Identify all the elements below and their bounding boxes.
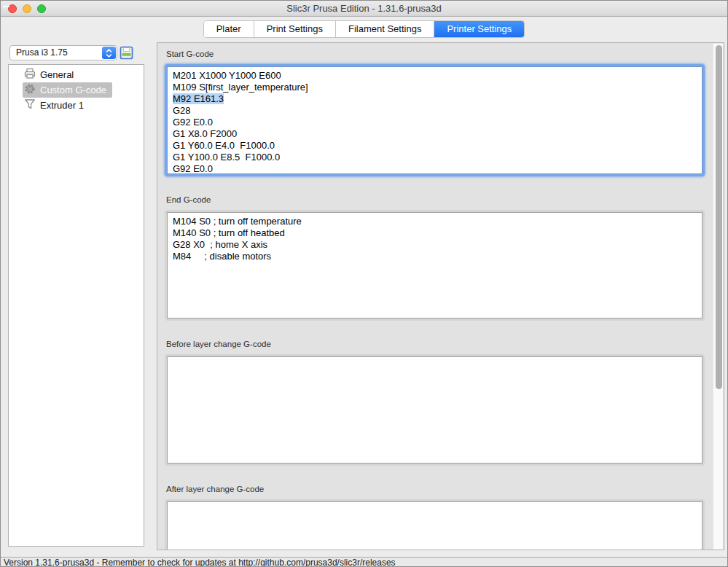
start-gcode-textarea[interactable]: M201 X1000 Y1000 E600M109 S[first_layer_… [167, 66, 702, 174]
gcode-line: G92 E0.0 [173, 117, 702, 128]
tab-filament-settings[interactable]: Filament Settings [336, 21, 434, 37]
end-gcode-section: End G-code M104 S0 ; turn off temperatur… [165, 195, 699, 321]
start-gcode-label: Start G-code [166, 50, 699, 58]
settings-tree: GeneralCustom G-codeExtruder 1 [8, 64, 144, 547]
gcode-line: G1 Y100.0 E8.5 F1000.0 [173, 152, 702, 163]
status-text: Version 1.31.6-prusa3d - Remember to che… [4, 558, 396, 567]
selected-text: M92 E161.3 [173, 93, 224, 104]
gcode-line: M92 E161.3 [173, 93, 702, 105]
before-layer-gcode-section: Before layer change G-code [165, 340, 699, 466]
start-gcode-section: Start G-code M201 X1000 Y1000 E600M109 S… [165, 50, 699, 176]
window-title: Slic3r Prusa Edition - 1.31.6-prusa3d [1, 1, 727, 17]
tab-bar-row: PlaterPrint SettingsFilament SettingsPri… [1, 17, 727, 42]
gcode-line: G28 [173, 105, 702, 117]
gcode-line: M109 S[first_layer_temperature] [173, 82, 702, 93]
panel-scrollbar-thumb[interactable] [716, 45, 722, 389]
sidebar-item-label: Extruder 1 [40, 100, 84, 111]
sidebar-item-label: General [40, 69, 74, 80]
title-bar: Slic3r Prusa Edition - 1.31.6-prusa3d [1, 1, 727, 17]
gcode-line: M140 S0 ; turn off heatbed [173, 227, 702, 239]
app-window: Slic3r Prusa Edition - 1.31.6-prusa3d Pl… [0, 0, 728, 567]
tab-print-settings[interactable]: Print Settings [254, 21, 336, 37]
after-layer-gcode-section: After layer change G-code [165, 485, 699, 550]
save-preset-button[interactable] [120, 46, 133, 60]
combo-stepper-icon [102, 47, 116, 59]
sidebar-item-custom-g-code[interactable]: Custom G-code [9, 82, 144, 98]
after-layer-gcode-textarea[interactable] [167, 501, 702, 550]
panel-scrollbar[interactable] [713, 44, 723, 550]
before-layer-gcode-label: Before layer change G-code [166, 340, 699, 348]
custom-gcode-panel: Start G-code M201 X1000 Y1000 E600M109 S… [157, 42, 724, 550]
status-bar: Version 1.31.6-prusa3d - Remember to che… [1, 557, 727, 567]
funnel-icon [24, 98, 36, 112]
save-icon [120, 50, 133, 62]
tab-bar: PlaterPrint SettingsFilament SettingsPri… [203, 20, 525, 38]
printer-preset-select[interactable]: Prusa i3 1.75 [9, 45, 117, 60]
gcode-line: M201 X1000 Y1000 E600 [173, 70, 702, 82]
end-gcode-label: End G-code [166, 195, 699, 204]
gcode-line: G28 X0 ; home X axis [173, 239, 702, 251]
end-gcode-textarea[interactable]: M104 S0 ; turn off temperatureM140 S0 ; … [167, 212, 702, 318]
printer-icon [24, 68, 36, 82]
after-layer-gcode-label: After layer change G-code [166, 485, 699, 493]
gear-icon [24, 83, 36, 97]
tab-plater[interactable]: Plater [204, 21, 254, 37]
tab-printer-settings[interactable]: Printer Settings [434, 21, 524, 37]
gcode-line: G92 E0.0 [173, 163, 702, 174]
printer-preset-value: Prusa i3 1.75 [16, 47, 68, 58]
sidebar-item-extruder-1[interactable]: Extruder 1 [9, 98, 144, 113]
sidebar-item-general[interactable]: General [9, 67, 144, 82]
gcode-line: M104 S0 ; turn off temperature [173, 216, 702, 227]
gcode-line: M84 ; disable motors [173, 251, 702, 262]
sidebar-item-label: Custom G-code [40, 85, 106, 95]
before-layer-gcode-textarea[interactable] [167, 356, 702, 464]
gcode-line: G1 Y60.0 E4.0 F1000.0 [173, 140, 702, 152]
gcode-line: G1 X8.0 F2000 [173, 128, 702, 140]
